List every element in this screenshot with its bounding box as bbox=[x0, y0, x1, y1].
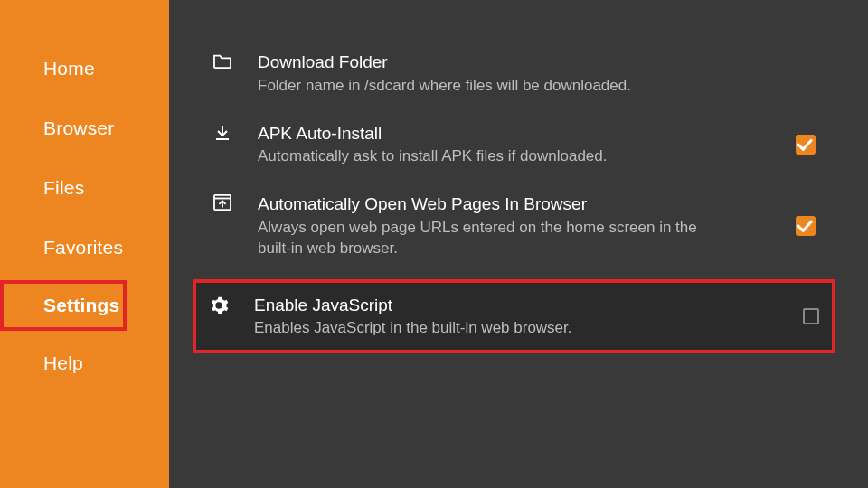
setting-desc: Automatically ask to install APK files i… bbox=[258, 146, 728, 167]
app-root: Home Browser Files Favorites Settings He… bbox=[0, 0, 868, 488]
folder-icon bbox=[212, 51, 232, 69]
setting-desc: Enables JavaScript in the built-in web b… bbox=[254, 318, 724, 339]
setting-text: Download Folder Folder name in /sdcard w… bbox=[258, 51, 816, 97]
setting-desc: Folder name in /sdcard where files will … bbox=[258, 76, 728, 97]
sidebar-item-label: Home bbox=[43, 58, 95, 79]
setting-text: Automatically Open Web Pages In Browser … bbox=[258, 192, 761, 259]
checkbox-checked-icon bbox=[796, 216, 816, 236]
setting-desc: Always open web page URLs entered on the… bbox=[258, 218, 728, 259]
sidebar: Home Browser Files Favorites Settings He… bbox=[0, 0, 169, 488]
sidebar-item-favorites[interactable]: Favorites bbox=[0, 226, 169, 269]
setting-title: Automatically Open Web Pages In Browser bbox=[258, 192, 761, 216]
setting-enable-javascript[interactable]: Enable JavaScript Enables JavaScript in … bbox=[193, 279, 835, 354]
download-icon bbox=[212, 122, 232, 142]
settings-panel: Download Folder Folder name in /sdcard w… bbox=[169, 0, 868, 488]
setting-text: APK Auto-Install Automatically ask to in… bbox=[258, 122, 761, 168]
sidebar-item-settings[interactable]: Settings bbox=[0, 280, 127, 331]
setting-auto-open-browser[interactable]: Automatically Open Web Pages In Browser … bbox=[196, 180, 832, 272]
setting-title: Enable JavaScript bbox=[254, 294, 769, 317]
sidebar-item-browser[interactable]: Browser bbox=[0, 107, 169, 150]
open-in-browser-icon bbox=[212, 192, 232, 211]
checkbox-enable-javascript[interactable] bbox=[803, 308, 819, 324]
sidebar-item-help[interactable]: Help bbox=[0, 342, 169, 385]
sidebar-item-label: Settings bbox=[43, 295, 119, 315]
sidebar-item-home[interactable]: Home bbox=[0, 47, 169, 90]
checkbox-auto-open-browser[interactable] bbox=[796, 216, 816, 236]
setting-text: Enable JavaScript Enables JavaScript in … bbox=[254, 294, 769, 340]
sidebar-item-files[interactable]: Files bbox=[0, 166, 169, 210]
gear-icon bbox=[209, 294, 229, 315]
setting-title: Download Folder bbox=[258, 51, 816, 74]
checkbox-apk-auto-install[interactable] bbox=[796, 135, 816, 155]
setting-apk-auto-install[interactable]: APK Auto-Install Automatically ask to in… bbox=[196, 109, 832, 181]
setting-download-folder[interactable]: Download Folder Folder name in /sdcard w… bbox=[196, 38, 832, 109]
sidebar-item-label: Favorites bbox=[43, 237, 123, 258]
sidebar-item-label: Help bbox=[43, 352, 83, 373]
checkbox-unchecked-icon bbox=[803, 308, 819, 324]
checkbox-checked-icon bbox=[796, 135, 816, 155]
sidebar-item-label: Browser bbox=[43, 117, 114, 138]
sidebar-item-label: Files bbox=[43, 177, 84, 198]
setting-title: APK Auto-Install bbox=[258, 122, 761, 145]
